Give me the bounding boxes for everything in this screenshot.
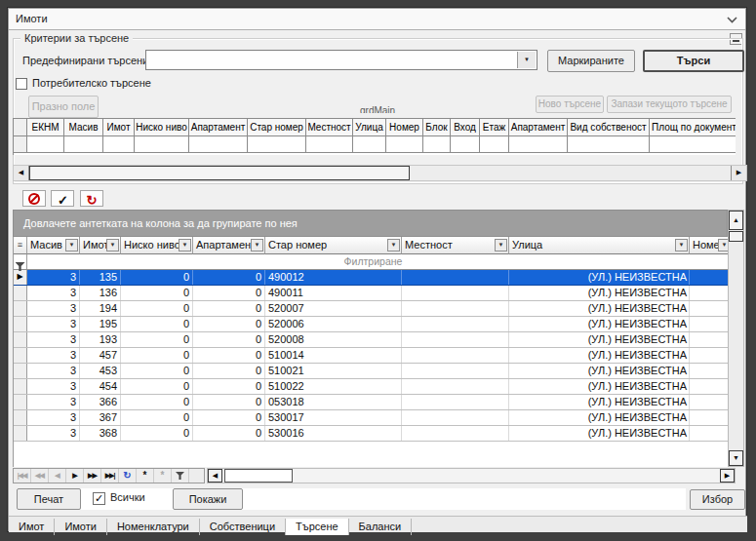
grid-row[interactable]: 336700530017(УЛ.) НЕИЗВЕСТНА (14, 410, 728, 426)
predefined-search-input[interactable] (148, 53, 515, 68)
grid-cell[interactable]: 0 (193, 395, 265, 409)
criteria-value-cell[interactable] (650, 136, 736, 153)
grid-cell[interactable]: (УЛ.) НЕИЗВЕСТНА (509, 426, 690, 441)
grid-cell[interactable]: (УЛ.) НЕИЗВЕСТНА (509, 410, 690, 425)
grid-row[interactable]: 319300520008(УЛ.) НЕИЗВЕСТНА (14, 332, 728, 348)
refresh-button[interactable]: ↻ (80, 190, 103, 207)
empty-field-button[interactable]: Празно поле (28, 96, 99, 118)
grid-cell[interactable]: 0 (121, 270, 193, 285)
nav-last-button[interactable]: ▶▶| (101, 469, 119, 483)
grid-cell[interactable]: 510021 (265, 364, 402, 378)
grid-cell[interactable]: (УЛ.) НЕИЗВЕСТНА (509, 379, 690, 394)
grid-cell[interactable]: 0 (193, 348, 265, 363)
criteria-value-cell[interactable] (135, 136, 189, 153)
grid-cell[interactable] (402, 317, 509, 331)
grid-cell[interactable]: (УЛ.) НЕИЗВЕСТНА (509, 270, 690, 285)
select-button[interactable]: Избор (690, 489, 745, 510)
grid-cell[interactable]: 0 (193, 332, 265, 347)
criteria-value-cell[interactable] (568, 136, 650, 153)
grid-cell[interactable]: 0 (193, 286, 265, 300)
criteria-value-cell[interactable] (451, 136, 480, 153)
grid-cell[interactable]: (УЛ.) НЕИЗВЕСТНА (509, 301, 690, 316)
grid-cell[interactable]: 366 (80, 395, 121, 409)
grid-cell[interactable]: 3 (27, 348, 80, 363)
grid-column-header[interactable]: Номер▼ (690, 237, 728, 254)
criteria-column-header[interactable]: Стар номер (248, 119, 306, 136)
nav-next-page-button[interactable]: ▶▶ (84, 469, 101, 483)
criteria-value-cell[interactable] (509, 136, 568, 153)
grid-cell[interactable]: 3 (27, 270, 80, 285)
grid-corner-menu-icon[interactable]: ≡ (14, 237, 27, 254)
grid-cell[interactable]: 0 (121, 301, 193, 316)
grid-cell[interactable]: 0 (193, 301, 265, 316)
scroll-right-icon[interactable]: ▶ (720, 469, 735, 483)
tab-imoti[interactable]: Имоти (55, 519, 107, 535)
grid-cell[interactable] (690, 364, 728, 378)
column-dropdown-button[interactable]: ▼ (675, 239, 688, 251)
nav-prev-button[interactable]: ◀ (49, 469, 66, 483)
apply-button[interactable]: ✓ (51, 190, 74, 207)
criteria-value-cell[interactable] (306, 136, 353, 153)
grid-cell[interactable]: 0 (121, 364, 193, 378)
vscroll-thumb[interactable] (729, 231, 743, 242)
grid-cell[interactable] (402, 332, 509, 347)
grid-cell[interactable]: 454 (80, 379, 121, 394)
criteria-value-cell[interactable] (423, 136, 451, 153)
grid-cell[interactable]: 457 (80, 348, 121, 363)
scroll-left-icon[interactable]: ◀ (14, 166, 29, 180)
column-dropdown-button[interactable]: ▼ (179, 239, 191, 251)
criteria-column-header[interactable]: Апартамент (509, 119, 568, 136)
grid-row[interactable]: 345300510021(УЛ.) НЕИЗВЕСТНА (14, 364, 728, 379)
grid-row[interactable]: 345400510022(УЛ.) НЕИЗВЕСТНА (14, 379, 728, 395)
grid-cell[interactable]: 510022 (265, 379, 402, 394)
grid-cell[interactable]: 3 (27, 286, 80, 300)
nav-filter-button[interactable] (172, 469, 189, 483)
grid-column-header[interactable]: Ниско ниво▼ (121, 237, 193, 254)
grid-cell[interactable]: 135 (80, 270, 121, 285)
criteria-column-header[interactable]: Улица (353, 119, 386, 136)
criteria-column-header[interactable]: ЕКНМ (27, 119, 64, 136)
column-dropdown-button[interactable]: ▼ (65, 239, 78, 251)
hscroll-thumb[interactable] (224, 469, 293, 483)
criteria-value-cell[interactable] (353, 136, 386, 153)
criteria-column-header[interactable]: Етаж (480, 119, 509, 136)
grid-cell[interactable] (690, 286, 728, 300)
grid-cell[interactable] (402, 301, 509, 316)
grid-row[interactable]: 336600053018(УЛ.) НЕИЗВЕСТНА (14, 395, 728, 410)
grid-column-header[interactable]: Улица▼ (509, 237, 690, 254)
grid-cell[interactable]: 0 (121, 348, 193, 363)
nav-next-button[interactable]: ▶ (66, 469, 84, 483)
all-checkbox[interactable]: ✓ (93, 492, 105, 505)
grid-cell[interactable]: 3 (27, 332, 80, 347)
criteria-table-hscrollbar[interactable]: ◀ ▶ (13, 165, 747, 181)
grid-cell[interactable] (402, 270, 509, 285)
grid-cell[interactable]: 490012 (265, 270, 402, 285)
grid-cell[interactable]: 0 (193, 364, 265, 378)
criteria-column-header[interactable]: Местност (306, 119, 353, 136)
filter-row[interactable]: Филтриране (14, 254, 728, 270)
grid-row[interactable]: 313600490011(УЛ.) НЕИЗВЕСТНА (14, 286, 728, 301)
criteria-value-cell[interactable] (64, 136, 103, 153)
grid-column-header[interactable]: Местност▼ (402, 237, 509, 254)
grid-cell[interactable]: 053018 (265, 395, 402, 409)
grid-cell[interactable]: (УЛ.) НЕИЗВЕСТНА (509, 364, 690, 378)
grid-cell[interactable]: 0 (193, 426, 265, 441)
grid-cell[interactable]: 490011 (265, 286, 402, 300)
marked-button[interactable]: Маркираните (547, 50, 635, 72)
grid-cell[interactable]: 530016 (265, 426, 402, 441)
criteria-value-cell[interactable] (27, 136, 64, 153)
column-dropdown-button[interactable]: ▼ (718, 239, 728, 251)
grid-cell[interactable] (402, 286, 509, 300)
criteria-column-header[interactable]: Блок (423, 119, 451, 136)
grid-cell[interactable]: 3 (27, 410, 80, 425)
grid-cell[interactable]: 0 (121, 317, 193, 331)
grid-row[interactable]: 345700510014(УЛ.) НЕИЗВЕСТНА (14, 348, 728, 364)
scroll-left-icon[interactable]: ◀ (208, 469, 222, 483)
nav-new-button[interactable]: * (137, 469, 154, 483)
grid-vscrollbar[interactable]: ▲ ▼ (728, 210, 744, 467)
grid-cell[interactable]: 136 (80, 286, 121, 300)
grid-cell[interactable] (402, 379, 509, 394)
grid-cell[interactable]: 193 (80, 332, 121, 347)
save-current-search-button[interactable]: Запази текущото търсене (607, 96, 732, 113)
grid-cell[interactable]: 520007 (265, 301, 402, 316)
